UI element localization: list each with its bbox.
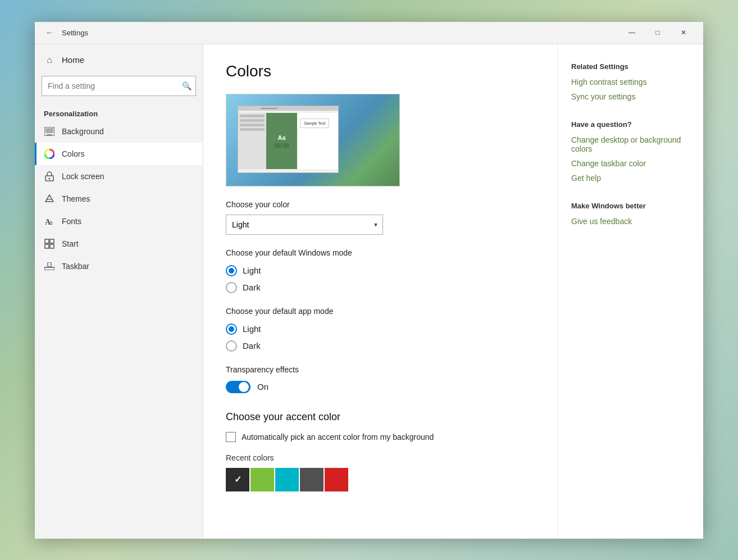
windows-mode-dark[interactable]: Dark	[226, 282, 535, 293]
preview-right: Sample Text	[297, 113, 338, 169]
swatch-2[interactable]	[275, 468, 299, 491]
windows-mode-group: Choose your default Windows mode Light D…	[226, 248, 535, 293]
swatch-0[interactable]: ✓	[226, 468, 249, 491]
svg-rect-14	[48, 262, 51, 267]
windows-mode-light[interactable]: Light	[226, 265, 535, 276]
get-help-link[interactable]: Get help	[571, 174, 690, 183]
divider-2	[571, 188, 690, 202]
sidebar-item-label-fonts: Fonts	[62, 217, 81, 226]
windows-mode-dark-radio[interactable]	[226, 282, 237, 293]
svg-rect-10	[50, 239, 54, 243]
search-input[interactable]	[42, 76, 196, 96]
preview-aa-text: Aa	[277, 134, 285, 141]
preview-inner: Aa Sample Text	[238, 106, 339, 173]
close-button[interactable]: ✕	[671, 22, 696, 44]
preview-titlebar	[238, 106, 338, 111]
preview-sidebar-sim: Aa Sample Text	[238, 113, 338, 169]
app-mode-light[interactable]: Light	[226, 324, 535, 335]
sidebar-search-container: 🔍	[42, 76, 196, 96]
color-swatches: ✓	[226, 468, 535, 491]
content-area: ⌂ Home 🔍 Personalization Background	[35, 44, 703, 539]
windows-mode-light-label: Light	[243, 266, 261, 275]
sidebar-item-home[interactable]: ⌂ Home	[35, 49, 203, 71]
change-taskbar-link[interactable]: Change taskbar color	[571, 159, 690, 168]
app-mode-dark-radio[interactable]	[226, 340, 237, 352]
svg-text:a: a	[49, 220, 53, 226]
sidebar-item-label-background: Background	[62, 127, 104, 136]
minimize-button[interactable]: —	[619, 22, 645, 44]
app-mode-group: Choose your default app mode Light Dark	[226, 307, 535, 352]
lockscreen-icon	[44, 171, 55, 182]
app-mode-dark-label: Dark	[243, 341, 261, 350]
sidebar-section-title: Personalization	[35, 105, 203, 120]
settings-window: ← Settings — □ ✕ ⌂ Home 🔍 Personalizatio…	[35, 22, 703, 539]
transparency-label: Transparency effects	[226, 365, 535, 374]
divider-1	[571, 107, 690, 120]
make-better-title: Make Windows better	[571, 202, 690, 210]
color-preview: Aa Sample Text	[226, 94, 400, 186]
windows-mode-dark-label: Dark	[243, 283, 261, 292]
titlebar: ← Settings — □ ✕	[35, 22, 703, 44]
page-title: Colors	[226, 62, 535, 80]
colors-icon	[44, 148, 55, 160]
maximize-button[interactable]: □	[645, 22, 671, 44]
sync-settings-link[interactable]: Sync your settings	[571, 92, 690, 101]
fonts-icon: Aa	[44, 216, 55, 227]
preview-title-line	[261, 108, 277, 109]
sidebar-item-label-start: Start	[62, 239, 79, 248]
swatch-1[interactable]	[250, 468, 274, 491]
app-mode-light-radio[interactable]	[226, 324, 237, 335]
sidebar-item-fonts[interactable]: Aa Fonts	[35, 210, 203, 233]
app-mode-light-label: Light	[243, 324, 261, 334]
sidebar-item-label-taskbar: Taskbar	[62, 262, 89, 271]
swatch-3[interactable]	[300, 468, 324, 491]
sidebar-home-label: Home	[62, 55, 84, 65]
have-question-title: Have a question?	[571, 120, 690, 129]
sidebar-item-taskbar[interactable]: Taskbar	[35, 255, 203, 277]
search-icon: 🔍	[182, 81, 192, 90]
transparency-section: Transparency effects On	[226, 365, 535, 393]
windows-mode-light-radio[interactable]	[226, 265, 237, 276]
sidebar-item-label-themes: Themes	[62, 194, 90, 203]
window-controls: — □ ✕	[619, 22, 696, 44]
titlebar-title: Settings	[62, 29, 619, 37]
swatch-4[interactable]	[325, 468, 348, 491]
accent-auto-label: Automatically pick an accent color from …	[242, 432, 434, 441]
color-dropdown-wrapper[interactable]: Light Dark Custom ▾	[226, 215, 383, 235]
svg-rect-11	[45, 244, 49, 248]
start-icon	[44, 238, 55, 249]
sidebar-item-lockscreen[interactable]: Lock screen	[35, 165, 203, 188]
give-feedback-link[interactable]: Give us feedback	[571, 217, 690, 226]
sidebar-item-start[interactable]: Start	[35, 233, 203, 255]
change-desktop-link[interactable]: Change desktop or background colors	[571, 135, 690, 153]
themes-icon	[44, 193, 55, 204]
svg-rect-13	[44, 267, 54, 270]
toggle-thumb	[239, 382, 249, 392]
app-mode-label: Choose your default app mode	[226, 307, 535, 316]
sidebar-item-label-colors: Colors	[62, 149, 84, 158]
sidebar-item-colors[interactable]: Colors	[35, 143, 203, 165]
app-mode-dark[interactable]: Dark	[226, 340, 535, 352]
accent-checkbox-row[interactable]: Automatically pick an accent color from …	[226, 432, 535, 442]
sidebar-item-background[interactable]: Background	[35, 120, 203, 143]
preview-left	[238, 113, 266, 169]
high-contrast-link[interactable]: High contrast settings	[571, 78, 690, 86]
right-panel: Related Settings High contrast settings …	[557, 44, 703, 539]
svg-rect-1	[45, 128, 53, 133]
taskbar-icon	[44, 261, 55, 272]
color-dropdown[interactable]: Light Dark Custom	[226, 215, 383, 235]
back-button[interactable]: ←	[42, 25, 57, 40]
transparency-toggle-row: On	[226, 381, 535, 393]
preview-boxes	[275, 143, 289, 148]
windows-mode-label: Choose your default Windows mode	[226, 248, 535, 257]
accent-auto-checkbox[interactable]	[226, 432, 236, 442]
main-content: Colors Aa	[203, 44, 557, 539]
preview-center: Aa	[266, 113, 297, 169]
sidebar-item-themes[interactable]: Themes	[35, 188, 203, 210]
search-wrapper: 🔍	[42, 76, 196, 96]
choose-color-label: Choose your color	[226, 200, 535, 209]
transparency-toggle[interactable]	[226, 381, 250, 393]
svg-rect-12	[50, 244, 54, 248]
svg-rect-9	[45, 239, 49, 243]
accent-color-title: Choose your accent color	[226, 411, 535, 423]
